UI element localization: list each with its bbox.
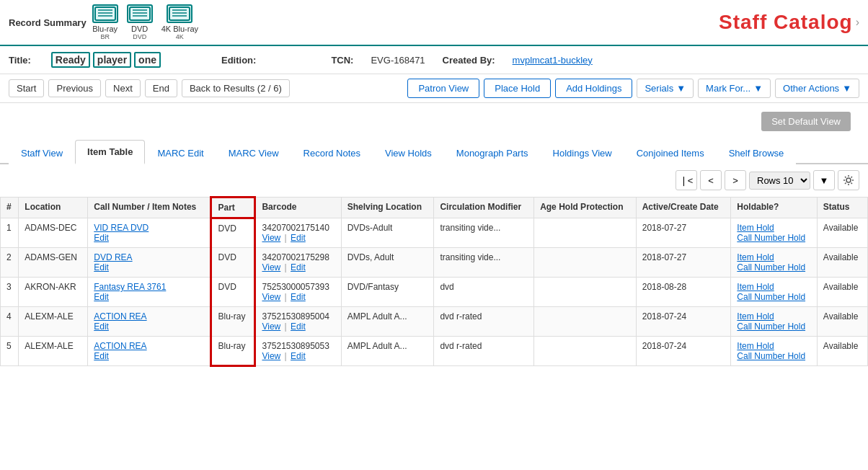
cell-barcode-0: 34207002175140 View | Edit bbox=[255, 218, 341, 248]
rows-select[interactable]: Rows 10 Rows 25 Rows 50 bbox=[749, 172, 810, 190]
previous-button[interactable]: Previous bbox=[48, 79, 101, 97]
callnumber-link-4[interactable]: ACTION REA bbox=[94, 341, 204, 351]
media-badge-bluray[interactable]: Blu-ray BR bbox=[92, 4, 118, 40]
col-header-location: Location bbox=[19, 198, 88, 218]
end-button[interactable]: End bbox=[145, 79, 177, 97]
callnumber-hold-link-0[interactable]: Call Number Hold bbox=[737, 233, 811, 243]
item-hold-link-4[interactable]: Item Hold bbox=[737, 341, 811, 351]
default-view-row: Set Default View bbox=[0, 103, 868, 140]
mark-for-button[interactable]: Mark For... ▼ bbox=[698, 79, 771, 98]
other-chevron-icon: ▼ bbox=[842, 83, 851, 94]
cell-part-1: DVD bbox=[211, 248, 255, 278]
record-summary-label: Record Summary bbox=[9, 17, 87, 28]
gear-icon bbox=[843, 174, 854, 186]
cell-location-1: ADAMS-GEN bbox=[19, 248, 88, 278]
item-hold-link-2[interactable]: Item Hold bbox=[737, 282, 811, 292]
tab-marc-edit[interactable]: MARC Edit bbox=[145, 141, 216, 164]
cell-shelving-2: DVD/Fantasy bbox=[341, 278, 434, 307]
created-by-value[interactable]: mvplmcat1-buckley bbox=[513, 55, 593, 66]
media-badge-dvd[interactable]: DVD DVD bbox=[127, 4, 153, 40]
back-to-results-button[interactable]: Back to Results (2 / 6) bbox=[182, 79, 290, 97]
callnumber-hold-link-3[interactable]: Call Number Hold bbox=[737, 322, 811, 332]
edit-barcode-link-2[interactable]: Edit bbox=[291, 292, 306, 302]
callnumber-link-1[interactable]: DVD REA bbox=[94, 252, 204, 262]
cell-circulation-0: transiting vide... bbox=[434, 218, 534, 248]
cell-activedate-4: 2018-07-24 bbox=[636, 337, 731, 366]
view-link-2[interactable]: View bbox=[262, 292, 280, 302]
tab-view-holds[interactable]: View Holds bbox=[373, 141, 444, 164]
callnumber-link-3[interactable]: ACTION REA bbox=[94, 311, 204, 322]
cell-circulation-4: dvd r-rated bbox=[434, 337, 534, 366]
bluray-code: BR bbox=[100, 33, 110, 40]
cell-callnumber-1: DVD REA Edit bbox=[88, 248, 211, 278]
view-link-0[interactable]: View bbox=[262, 233, 280, 243]
cell-num-2: 3 bbox=[1, 278, 19, 307]
col-header-circulation: Circulation Modifier bbox=[434, 198, 534, 218]
first-page-button[interactable]: ❘< bbox=[676, 170, 697, 190]
cell-barcode-1: 34207002175298 View | Edit bbox=[255, 248, 341, 278]
callnumber-hold-link-1[interactable]: Call Number Hold bbox=[737, 262, 811, 272]
tab-conjoined-items[interactable]: Conjoined Items bbox=[624, 141, 717, 164]
callnumber-link-0[interactable]: VID REA DVD bbox=[94, 223, 204, 233]
tab-item-table[interactable]: Item Table bbox=[75, 140, 145, 164]
tab-marc-view[interactable]: MARC View bbox=[216, 141, 291, 164]
edit-barcode-link-3[interactable]: Edit bbox=[291, 322, 306, 332]
action-bar: Start Previous Next End Back to Results … bbox=[0, 74, 868, 103]
edit-link-callnumber-2[interactable]: Edit bbox=[94, 292, 204, 302]
markfor-chevron-icon: ▼ bbox=[753, 83, 763, 94]
edit-barcode-link-1[interactable]: Edit bbox=[291, 262, 306, 272]
start-button[interactable]: Start bbox=[9, 79, 44, 97]
other-actions-button[interactable]: Other Actions ▼ bbox=[775, 79, 859, 98]
next-button[interactable]: Next bbox=[105, 79, 141, 97]
callnumber-hold-link-2[interactable]: Call Number Hold bbox=[737, 292, 811, 302]
tab-holdings-view[interactable]: Holdings View bbox=[541, 141, 624, 164]
cell-callnumber-0: VID REA DVD Edit bbox=[88, 218, 211, 248]
bluray-icon bbox=[92, 4, 118, 23]
edit-barcode-link-4[interactable]: Edit bbox=[291, 351, 306, 361]
item-hold-link-1[interactable]: Item Hold bbox=[737, 252, 811, 262]
media-badge-4k[interactable]: 4K Blu-ray 4K bbox=[161, 4, 198, 40]
cell-activedate-1: 2018-07-27 bbox=[636, 248, 731, 278]
view-link-1[interactable]: View bbox=[262, 262, 280, 272]
col-header-agehold: Age Hold Protection bbox=[534, 198, 637, 218]
cell-num-3: 4 bbox=[1, 307, 19, 337]
col-header-shelving: Shelving Location bbox=[341, 198, 434, 218]
callnumber-link-2[interactable]: Fantasy REA 3761 bbox=[94, 282, 204, 292]
gear-button[interactable] bbox=[838, 170, 859, 190]
4k-label: 4K Blu-ray bbox=[161, 25, 198, 33]
cell-barcode-3: 37521530895004 View | Edit bbox=[255, 307, 341, 337]
col-header-status: Status bbox=[817, 198, 867, 218]
edit-link-callnumber-4[interactable]: Edit bbox=[94, 351, 204, 361]
table-row: 3 AKRON-AKR Fantasy REA 3761 Edit DVD 75… bbox=[1, 278, 868, 307]
cell-shelving-4: AMPL Adult A... bbox=[341, 337, 434, 366]
chevron-right-icon[interactable]: › bbox=[856, 16, 859, 29]
set-default-view-button[interactable]: Set Default View bbox=[761, 112, 851, 131]
item-hold-link-0[interactable]: Item Hold bbox=[737, 223, 811, 233]
tab-record-notes[interactable]: Record Notes bbox=[291, 141, 373, 164]
serials-button[interactable]: Serials ▼ bbox=[637, 79, 694, 98]
tab-staff-view[interactable]: Staff View bbox=[9, 141, 75, 164]
next-page-button[interactable]: > bbox=[725, 170, 746, 190]
staff-catalog-title: Staff Catalog bbox=[719, 11, 853, 34]
edit-link-callnumber-1[interactable]: Edit bbox=[94, 262, 204, 272]
tab-shelf-browse[interactable]: Shelf Browse bbox=[717, 141, 797, 164]
add-holdings-button[interactable]: Add Holdings bbox=[555, 79, 632, 98]
item-hold-link-3[interactable]: Item Hold bbox=[737, 311, 811, 322]
callnumber-hold-link-4[interactable]: Call Number Hold bbox=[737, 351, 811, 361]
rows-chevron-button[interactable]: ▼ bbox=[813, 170, 835, 190]
view-link-4[interactable]: View bbox=[262, 351, 280, 361]
cell-circulation-3: dvd r-rated bbox=[434, 307, 534, 337]
prev-page-button[interactable]: < bbox=[700, 170, 722, 190]
svg-point-12 bbox=[846, 178, 851, 182]
patron-view-button[interactable]: Patron View bbox=[407, 79, 479, 98]
view-link-3[interactable]: View bbox=[262, 322, 280, 332]
edit-link-callnumber-0[interactable]: Edit bbox=[94, 233, 204, 243]
serials-chevron-icon: ▼ bbox=[676, 83, 686, 94]
edit-link-callnumber-3[interactable]: Edit bbox=[94, 322, 204, 332]
tab-monograph-parts[interactable]: Monograph Parts bbox=[444, 141, 541, 164]
dvd-label: DVD bbox=[131, 25, 148, 33]
cell-circulation-1: transiting vide... bbox=[434, 248, 534, 278]
cell-status-0: Available bbox=[817, 218, 867, 248]
place-hold-button[interactable]: Place Hold bbox=[484, 79, 551, 98]
edit-barcode-link-0[interactable]: Edit bbox=[291, 233, 306, 243]
